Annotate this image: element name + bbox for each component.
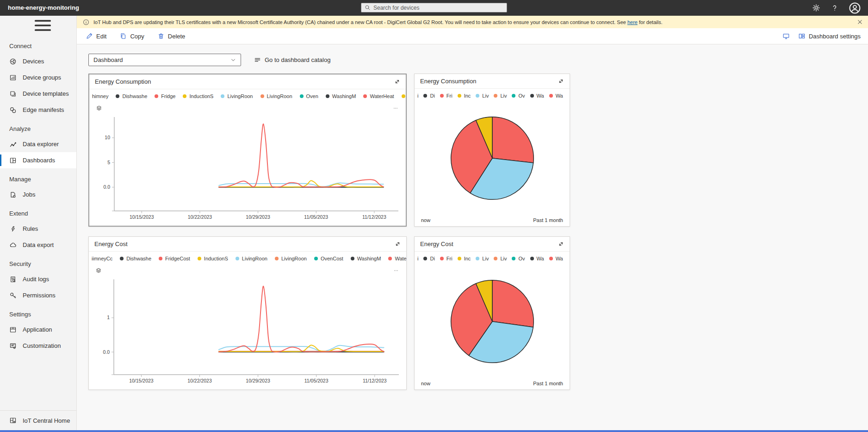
avatar[interactable]	[849, 2, 861, 14]
command-bar-right: Dashboard settings	[782, 32, 861, 40]
legend-item[interactable]: InductionS	[183, 93, 213, 99]
legend-item[interactable]: Di	[423, 256, 434, 261]
legend-item[interactable]: Liv	[494, 93, 507, 99]
layers-icon[interactable]	[95, 267, 102, 274]
search-input[interactable]: Search for devices	[361, 3, 507, 12]
sidebar-item-iot-central-home[interactable]: IoT Central Home	[0, 410, 76, 430]
legend-dot	[275, 257, 279, 260]
dashboard-select[interactable]: Dashboard	[88, 54, 241, 66]
legend-item[interactable]: Fri	[440, 93, 453, 99]
chart-legend: iDiFriIncLivLivOvWaWa	[415, 89, 570, 102]
close-icon[interactable]	[857, 19, 863, 25]
legend-label: InductionS	[204, 256, 228, 261]
go-to-dashboard-catalog-link[interactable]: Go to dashboard catalog	[254, 56, 330, 63]
legend-item[interactable]: WashingM	[351, 256, 381, 261]
audit-logs-icon	[9, 276, 17, 283]
sidebar-section-header: Settings	[0, 303, 76, 321]
devices-icon	[9, 58, 17, 65]
tile-title: Energy Cost	[94, 241, 128, 247]
sidebar-item-device-groups[interactable]: Device groups	[0, 69, 76, 86]
more-options-icon[interactable]	[392, 106, 399, 111]
svg-text:10/15/2023: 10/15/2023	[130, 214, 154, 220]
legend-item[interactable]: Di	[423, 93, 434, 99]
legend-item[interactable]: Fridge	[155, 93, 175, 99]
legend-item[interactable]: Inc	[458, 256, 471, 261]
more-options-icon[interactable]	[392, 268, 400, 273]
chart-legend: himneyDishwasheFridgeInductionSLivingRoo…	[89, 89, 406, 103]
legend-item[interactable]: Wa	[530, 256, 544, 261]
banner-here-link[interactable]: here	[627, 19, 638, 25]
dashboard-settings-button[interactable]: Dashboard settings	[798, 32, 861, 40]
legend-item[interactable]: Dishwashe	[116, 93, 147, 99]
gear-icon[interactable]	[812, 4, 820, 12]
sidebar-item-edge-manifests[interactable]: Edge manifests	[0, 102, 76, 118]
legend-dot	[221, 94, 224, 98]
legend-item[interactable]: Ov	[512, 93, 525, 99]
sidebar-item-application[interactable]: Application	[0, 321, 76, 338]
legend-label: Inc	[464, 256, 471, 261]
svg-text:10/29/2023: 10/29/2023	[246, 378, 270, 383]
legend-item[interactable]: WaterHeat	[388, 256, 406, 261]
line-chart-area: 0.0110/15/202310/22/202310/29/202311/05/…	[89, 276, 406, 389]
sidebar-item-label: Permissions	[23, 292, 56, 299]
fullscreen-icon[interactable]	[782, 32, 790, 40]
legend-dot	[402, 94, 405, 98]
sidebar-item-customization[interactable]: Customization	[0, 338, 76, 354]
sidebar-item-label: Device groups	[23, 74, 61, 81]
layers-icon[interactable]	[96, 105, 102, 111]
notification-banner: IoT Hub and DPS are updating their TLS c…	[76, 16, 868, 28]
legend-item[interactable]: LivingRoon	[275, 256, 307, 261]
sidebar-item-dashboards[interactable]: Dashboards	[0, 152, 76, 168]
legend-item[interactable]: Ov	[512, 256, 525, 261]
legend-item[interactable]: LivingRoon	[221, 93, 253, 99]
legend-item[interactable]: Oven	[300, 93, 318, 99]
copy-button[interactable]: Copy	[119, 32, 144, 40]
sidebar-item-devices[interactable]: Devices	[0, 53, 76, 69]
legend-item[interactable]: Wa	[549, 256, 563, 261]
legend-dot	[494, 94, 497, 98]
sidebar-item-jobs[interactable]: Jobs	[0, 186, 76, 203]
expand-icon[interactable]	[558, 241, 564, 247]
legend-item[interactable]: Wa	[530, 93, 544, 99]
sidebar-item-data-explorer[interactable]: Data explorer	[0, 136, 76, 152]
legend-item[interactable]: InductionS	[198, 256, 228, 261]
legend-dot	[512, 257, 515, 260]
edit-button[interactable]: Edit	[86, 32, 106, 40]
legend-item[interactable]: LivingRoon	[236, 256, 267, 261]
legend-item[interactable]: Wa	[549, 93, 563, 99]
expand-icon[interactable]	[395, 241, 401, 247]
legend-item[interactable]: LivingRoon	[260, 93, 292, 99]
legend-item[interactable]: Fri	[440, 256, 453, 261]
expand-icon[interactable]	[558, 78, 564, 84]
sidebar-item-data-export[interactable]: Data export	[0, 237, 76, 253]
legend-item[interactable]: Inc	[458, 93, 471, 99]
edit-icon	[86, 32, 93, 40]
sidebar-item-label: Edge manifests	[23, 106, 64, 113]
legend-item[interactable]: FridgeCost	[159, 256, 190, 261]
legend-dot	[423, 257, 427, 260]
chart-legend: iDiFriIncLivLivOvWaWa	[415, 252, 570, 265]
help-icon[interactable]	[831, 4, 839, 12]
legend-clipped-label: himney	[92, 93, 108, 99]
legend-item[interactable]: Liv	[476, 256, 489, 261]
legend-item[interactable]: WashingM	[326, 93, 356, 99]
sidebar-item-audit-logs[interactable]: Audit logs	[0, 271, 76, 287]
sidebar-item-device-templates[interactable]: Device templates	[0, 86, 76, 102]
delete-button[interactable]: Delete	[157, 32, 186, 40]
legend-item[interactable]: Liv	[476, 93, 489, 99]
sidebar-item-label: Device templates	[23, 90, 69, 97]
legend-item[interactable]: Dishwashe	[120, 256, 151, 261]
legend-item[interactable]: WaterHeat	[363, 93, 394, 99]
expand-icon[interactable]	[394, 79, 400, 85]
banner-text: IoT Hub and DPS are updating their TLS c…	[93, 19, 663, 25]
sidebar-item-permissions[interactable]: Permissions	[0, 287, 76, 303]
legend-label: WaterHeat	[395, 256, 406, 261]
tile-footer: now Past 1 month	[415, 214, 570, 226]
hamburger-menu-icon[interactable]	[0, 16, 76, 35]
legend-item[interactable]: OvenCost	[314, 256, 343, 261]
legend-label: Dishwashe	[122, 93, 147, 99]
sidebar-item-rules[interactable]: Rules	[0, 221, 76, 237]
legend-item[interactable]: Win	[402, 93, 406, 99]
legend-clipped-label: i	[417, 93, 418, 99]
legend-item[interactable]: Liv	[494, 256, 507, 261]
